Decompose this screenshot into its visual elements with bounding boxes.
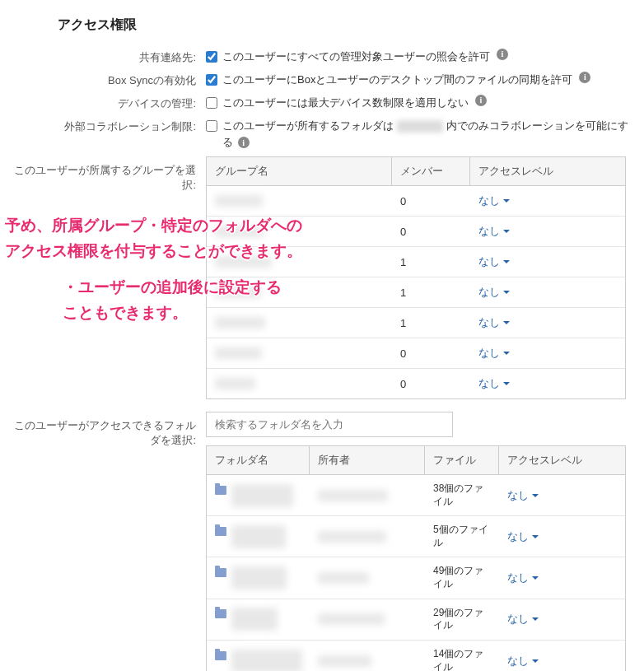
caret-down-icon <box>532 659 539 663</box>
caret-down-icon <box>532 494 539 497</box>
table-row: 0なし <box>207 186 625 217</box>
caret-down-icon <box>503 352 510 355</box>
cell-files: 14個のファイル <box>425 641 499 671</box>
access-level-dropdown[interactable]: なし <box>478 285 510 300</box>
cell-group-name <box>207 338 392 368</box>
redacted-text <box>231 525 286 548</box>
header-access-level: アクセスレベル <box>499 446 625 474</box>
label-sync-enable: Box Syncの有効化 <box>12 72 206 88</box>
caret-down-icon <box>532 535 539 538</box>
access-level-dropdown[interactable]: なし <box>507 654 539 669</box>
access-level-dropdown[interactable]: なし <box>507 612 539 627</box>
cell-group-name <box>207 308 392 338</box>
caret-down-icon <box>503 291 510 294</box>
block-group-select: このユーザーが所属するグループを選択: グループ名 メンバー アクセスレベル 0… <box>12 156 632 399</box>
header-owner: 所有者 <box>310 446 425 474</box>
cell-members: 1 <box>392 308 470 338</box>
info-icon[interactable]: i <box>579 72 590 83</box>
cell-access: なし <box>499 475 625 515</box>
access-level-dropdown[interactable]: なし <box>478 315 510 330</box>
redacted-text <box>231 650 302 671</box>
table-row: 1なし <box>207 308 625 338</box>
access-level-dropdown[interactable]: なし <box>478 254 510 269</box>
folder-icon <box>215 527 226 536</box>
text-external-collab: このユーザーが所有するフォルダは xxxxx 内でのみコラボレーションを可能にす… <box>222 118 632 150</box>
cell-folder-name <box>207 599 310 640</box>
label-device-mgmt: デバイスの管理: <box>12 95 206 111</box>
caret-down-icon <box>503 321 510 324</box>
table-row: 1なし <box>207 247 625 277</box>
folder-icon <box>215 568 226 577</box>
section-title: アクセス権限 <box>12 16 632 34</box>
access-level-dropdown[interactable]: なし <box>478 346 510 361</box>
redacted-text <box>231 484 293 507</box>
table-row: 49個のファイルなし <box>207 557 625 599</box>
caret-down-icon <box>503 230 510 233</box>
cell-owner <box>310 475 425 515</box>
cell-members: 1 <box>392 247 470 277</box>
checkbox-shared-contact[interactable] <box>206 51 217 63</box>
redacted-text <box>215 287 261 298</box>
info-icon[interactable]: i <box>475 95 487 106</box>
cell-files: 49個のファイル <box>425 557 499 598</box>
checkbox-device-mgmt[interactable] <box>206 97 217 109</box>
folder-table: フォルダ名 所有者 ファイル アクセスレベル 38個のファイルなし5個のファイル… <box>206 445 626 671</box>
checkbox-external-collab[interactable] <box>206 120 217 132</box>
access-level-dropdown[interactable]: なし <box>507 488 539 503</box>
redacted-text <box>215 195 263 207</box>
info-icon[interactable]: i <box>497 49 508 60</box>
row-external-collab: 外部コラボレーション制限: このユーザーが所有するフォルダは xxxxx 内での… <box>12 118 632 150</box>
cell-access: なし <box>470 308 625 338</box>
header-members: メンバー <box>392 157 470 185</box>
redacted-text <box>215 317 265 329</box>
cell-group-name <box>207 369 392 398</box>
caret-down-icon <box>503 260 510 263</box>
access-level-dropdown[interactable]: なし <box>478 376 510 391</box>
cell-access: なし <box>470 369 625 398</box>
info-icon[interactable]: i <box>238 137 250 148</box>
cell-group-name <box>207 277 392 307</box>
cell-owner <box>310 641 425 671</box>
folder-table-header: フォルダ名 所有者 ファイル アクセスレベル <box>207 446 625 475</box>
cell-access: なし <box>470 217 625 246</box>
redacted-text <box>215 347 262 359</box>
checkbox-sync-enable[interactable] <box>206 74 217 86</box>
header-access: アクセスレベル <box>470 157 625 185</box>
cell-folder-name <box>207 557 310 598</box>
table-row: 29個のファイルなし <box>207 599 625 641</box>
access-level-dropdown[interactable]: なし <box>478 193 510 208</box>
redacted-text <box>231 566 287 589</box>
access-level-dropdown[interactable]: なし <box>507 571 539 585</box>
caret-down-icon <box>503 382 510 385</box>
table-row: 0なし <box>207 217 625 247</box>
cell-members: 0 <box>392 186 470 216</box>
redacted-text <box>215 256 272 268</box>
label-group-select: このユーザーが所属するグループを選択: <box>12 156 206 193</box>
table-row: 14個のファイルなし <box>207 641 625 671</box>
redacted-text <box>215 378 255 389</box>
cell-access: なし <box>470 186 625 216</box>
redacted-text <box>318 531 386 543</box>
header-files: ファイル <box>425 446 499 474</box>
cell-files: 5個のファイル <box>425 516 499 557</box>
access-level-dropdown[interactable]: なし <box>507 529 539 544</box>
text-device-mgmt: このユーザーには最大デバイス数制限を適用しない <box>222 95 469 111</box>
table-row: 5個のファイルなし <box>207 516 625 557</box>
cell-owner <box>310 516 425 557</box>
group-table: グループ名 メンバー アクセスレベル 0なし0なし1なし1なし1なし0なし0なし <box>206 156 626 399</box>
cell-access: なし <box>499 516 625 557</box>
folder-search-input[interactable] <box>206 412 453 437</box>
caret-down-icon <box>532 617 539 621</box>
table-row: 38個のファイルなし <box>207 475 625 516</box>
cell-members: 0 <box>392 217 470 246</box>
cell-members: 0 <box>392 338 470 368</box>
label-folder-select: このユーザーがアクセスできるフォルダを選択: <box>12 412 206 448</box>
cell-access: なし <box>499 557 625 598</box>
cell-owner <box>310 599 425 640</box>
access-level-dropdown[interactable]: なし <box>478 224 510 239</box>
cell-folder-name <box>207 475 310 515</box>
cell-files: 29個のファイル <box>425 599 499 640</box>
table-row: 0なし <box>207 369 625 398</box>
redacted-text: xxxxx <box>397 120 444 133</box>
cell-access: なし <box>470 247 625 277</box>
